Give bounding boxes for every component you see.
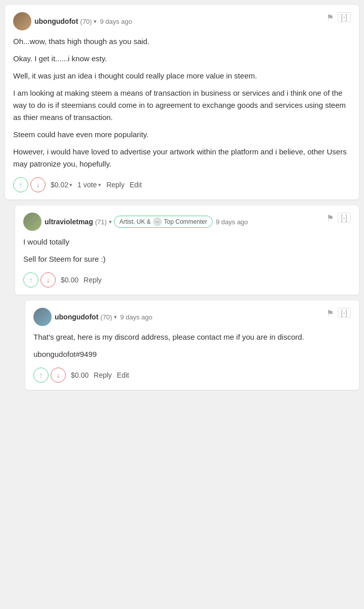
flag-icon[interactable]: ⚑ bbox=[327, 308, 334, 318]
user-badge: Artist, UK & ··· Top Commenter bbox=[114, 216, 213, 228]
upvote-button[interactable]: ↑ bbox=[13, 177, 28, 192]
comment-header-right: ⚑ [-] bbox=[327, 12, 351, 22]
timestamp: 9 days ago bbox=[216, 218, 248, 226]
comment-body: That's great, here is my discord address… bbox=[33, 331, 351, 360]
reply-button[interactable]: Reply bbox=[84, 276, 102, 284]
flag-icon[interactable]: ⚑ bbox=[327, 213, 334, 223]
username[interactable]: ubongudofot bbox=[55, 313, 98, 321]
downvote-button[interactable]: ↓ bbox=[51, 368, 66, 383]
comment-header: ubongudofot (70) ▾ 9 days ago ⚑ [-] bbox=[33, 308, 351, 326]
upvote-button[interactable]: ↑ bbox=[33, 368, 49, 383]
upvote-button[interactable]: ↑ bbox=[23, 272, 38, 288]
reward-value: $0.00 bbox=[71, 371, 89, 379]
edit-button[interactable]: Edit bbox=[130, 181, 142, 189]
vote-controls: ↑ ↓ bbox=[13, 177, 46, 192]
avatar-image bbox=[33, 308, 52, 326]
name-rep-row: ultravioletmag (71) ▾ Artist, UK & ··· T… bbox=[45, 216, 213, 228]
avatar bbox=[33, 308, 52, 326]
flag-icon[interactable]: ⚑ bbox=[327, 13, 334, 22]
user-dropdown-icon[interactable]: ▾ bbox=[114, 314, 117, 320]
reply-button[interactable]: Reply bbox=[106, 181, 125, 189]
comment-body: I would totally Sell for Steem for sure … bbox=[23, 236, 351, 265]
avatar bbox=[13, 12, 31, 30]
name-rep-row: ubongudofot (70) ▾ bbox=[55, 313, 117, 321]
comment-paragraph: Sell for Steem for sure :) bbox=[23, 253, 351, 265]
reply-button[interactable]: Reply bbox=[94, 371, 112, 379]
collapse-button[interactable]: [-] bbox=[338, 308, 351, 318]
user-dropdown-icon[interactable]: ▾ bbox=[94, 18, 97, 25]
header-meta: ubongudofot (70) ▾ 9 days ago bbox=[34, 17, 132, 25]
comment-header: ultravioletmag (71) ▾ Artist, UK & ··· T… bbox=[23, 213, 351, 231]
comment-paragraph: I am looking at making steem a means of … bbox=[13, 87, 351, 124]
reward-dropdown-icon[interactable]: ▾ bbox=[69, 182, 72, 188]
comment-paragraph: Oh...wow, thats high though as you said. bbox=[13, 35, 351, 48]
timestamp: 9 days ago bbox=[120, 313, 152, 321]
collapse-button[interactable]: [-] bbox=[338, 12, 351, 22]
badge-extra: Top Commenter bbox=[164, 218, 207, 225]
comment-body: Oh...wow, thats high though as you said.… bbox=[13, 35, 351, 170]
reward-value: $0.00 bbox=[61, 276, 78, 284]
comment-paragraph: Well, it was just an idea i thought coul… bbox=[13, 70, 351, 82]
comment-header-right: ⚑ [-] bbox=[327, 213, 351, 223]
comment-footer: ↑ ↓ $0.02 ▾ 1 vote ▾ Reply Edit bbox=[13, 177, 351, 192]
header-meta: ubongudofot (70) ▾ 9 days ago bbox=[55, 313, 152, 321]
edit-button[interactable]: Edit bbox=[117, 371, 129, 379]
badge-text: Artist, UK & bbox=[119, 218, 151, 225]
comment-card: ubongudofot (70) ▾ 9 days ago ⚑ [-] Oh..… bbox=[5, 5, 359, 199]
header-meta: ultravioletmag (71) ▾ Artist, UK & ··· T… bbox=[45, 216, 248, 228]
downvote-button[interactable]: ↓ bbox=[41, 272, 56, 288]
avatar-image bbox=[13, 12, 31, 30]
comment-header-left: ultravioletmag (71) ▾ Artist, UK & ··· T… bbox=[23, 213, 248, 231]
vote-controls: ↑ ↓ bbox=[23, 272, 56, 288]
comment-header-right: ⚑ [-] bbox=[327, 308, 351, 318]
avatar-image bbox=[23, 213, 42, 231]
comment-header-left: ubongudofot (70) ▾ 9 days ago bbox=[13, 12, 132, 30]
reward-amount: $0.02 ▾ bbox=[51, 181, 72, 189]
reward-amount: $0.00 bbox=[71, 371, 89, 379]
comment-paragraph: ubongudofot#9499 bbox=[33, 348, 351, 360]
votes-label: 1 vote bbox=[77, 181, 97, 189]
timestamp: 9 days ago bbox=[100, 18, 132, 25]
comment-footer: ↑ ↓ $0.00 Reply bbox=[23, 272, 351, 288]
avatar bbox=[23, 213, 42, 231]
comment-paragraph: However, i would have loved to advertise… bbox=[13, 146, 351, 170]
comment-card: ubongudofot (70) ▾ 9 days ago ⚑ [-] That… bbox=[25, 301, 359, 390]
comment-card: ultravioletmag (71) ▾ Artist, UK & ··· T… bbox=[15, 206, 359, 295]
votes-dropdown-icon[interactable]: ▾ bbox=[98, 182, 101, 188]
username[interactable]: ubongudofot bbox=[34, 17, 78, 25]
user-dropdown-icon[interactable]: ▾ bbox=[109, 219, 112, 225]
collapse-button[interactable]: [-] bbox=[338, 213, 351, 223]
downvote-button[interactable]: ↓ bbox=[30, 177, 46, 192]
comment-header-left: ubongudofot (70) ▾ 9 days ago bbox=[33, 308, 152, 326]
comment-footer: ↑ ↓ $0.00 Reply Edit bbox=[33, 368, 351, 383]
reward-amount: $0.00 bbox=[61, 276, 78, 284]
comment-paragraph: That's great, here is my discord address… bbox=[33, 331, 351, 343]
reputation: (70) bbox=[100, 313, 112, 321]
reward-value: $0.02 bbox=[51, 181, 68, 189]
reputation: (71) bbox=[95, 218, 107, 226]
comment-paragraph: Steem could have even more popularity. bbox=[13, 129, 351, 141]
name-rep-row: ubongudofot (70) ▾ bbox=[34, 17, 97, 25]
badge-more-icon: ··· bbox=[153, 217, 162, 226]
comment-paragraph: I would totally bbox=[23, 236, 351, 248]
reputation: (70) bbox=[80, 18, 92, 25]
comment-paragraph: Okay. I get it......i know esty. bbox=[13, 53, 351, 65]
votes-count: 1 vote ▾ bbox=[77, 181, 101, 189]
vote-controls: ↑ ↓ bbox=[33, 368, 66, 383]
username[interactable]: ultravioletmag bbox=[45, 218, 93, 226]
comment-header: ubongudofot (70) ▾ 9 days ago ⚑ [-] bbox=[13, 12, 351, 30]
